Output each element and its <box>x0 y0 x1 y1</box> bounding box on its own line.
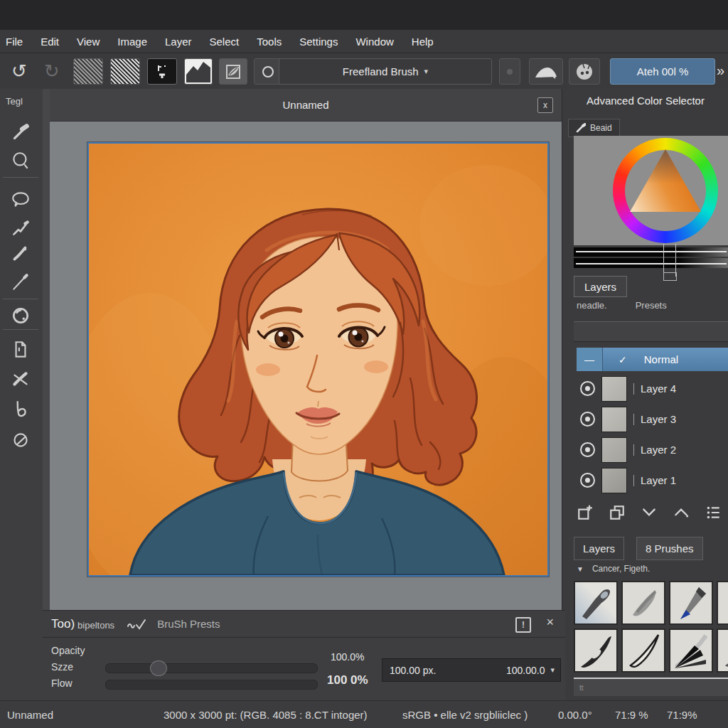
levels-curve-button[interactable] <box>184 58 213 85</box>
brush-preset-thumbnail[interactable] <box>574 581 618 625</box>
menu-help[interactable]: Help <box>412 36 434 48</box>
window-title-strip <box>0 0 728 31</box>
color-slider-1[interactable] <box>574 247 728 257</box>
layer-name[interactable]: Layer 3 <box>641 413 676 425</box>
layer-thumbnail[interactable] <box>601 437 627 463</box>
chevron-down-icon: ▾ <box>424 67 429 76</box>
brush-preset-thumbnail[interactable] <box>669 581 713 625</box>
pattern-swatch-button[interactable] <box>110 58 140 85</box>
menu-layer[interactable]: Layer <box>165 36 192 48</box>
brush-preset-thumbnail[interactable] <box>574 628 618 673</box>
info-icon[interactable]: ! <box>515 617 531 633</box>
preset-group-row[interactable]: ▼ Cancer, Figeth. <box>577 564 650 574</box>
layer-row[interactable]: Layer 4 <box>574 375 728 402</box>
brush-preset-thumbnail[interactable] <box>621 628 665 673</box>
blend-mode-row[interactable]: — ✓ Normal <box>577 348 728 371</box>
fine-liner-tool[interactable] <box>9 270 33 294</box>
menu-settings[interactable]: Settings <box>299 36 338 48</box>
document-tab-title[interactable]: Unnamed <box>282 99 328 111</box>
dynamic-brush-tool[interactable] <box>9 215 33 240</box>
close-icon[interactable]: × <box>546 615 554 630</box>
eraser-mode-button[interactable] <box>529 58 563 85</box>
visibility-eye-icon[interactable] <box>580 381 595 396</box>
color-wheel-panel[interactable] <box>574 136 728 245</box>
zoom-tool[interactable] <box>9 428 33 452</box>
duplicate-layer-icon[interactable] <box>609 504 626 521</box>
opacity-input[interactable]: Ateh 00l % <box>610 58 715 85</box>
layer-filter-field[interactable] <box>574 321 728 342</box>
slider-cursor-box[interactable] <box>663 272 677 281</box>
smart-patch-tool[interactable] <box>9 368 33 392</box>
status-zoom-slider-value[interactable]: 71:9 % <box>615 701 648 728</box>
ellipse-tool[interactable] <box>9 149 33 173</box>
size-slider[interactable] <box>105 663 318 673</box>
brush-tip-button[interactable] <box>254 58 282 85</box>
undo-icon[interactable]: ↺ <box>6 58 33 85</box>
move-layer-up-icon[interactable] <box>673 504 690 521</box>
brush-preset-thumbnail[interactable] <box>717 581 728 625</box>
layer-properties-icon[interactable] <box>705 504 722 521</box>
visibility-eye-icon[interactable] <box>580 442 595 457</box>
brush-preset-thumbnail[interactable] <box>669 628 713 673</box>
status-zoom-display[interactable]: 71:9% <box>667 701 697 728</box>
dock-tab-layers[interactable]: Layers <box>574 537 624 560</box>
layer-name[interactable]: Layer 1 <box>641 474 676 486</box>
tool-options-title[interactable]: Too) <box>51 617 75 631</box>
layer-row[interactable]: Layer 2 <box>574 436 728 464</box>
menu-tools[interactable]: Tools <box>257 36 282 48</box>
sv-triangle[interactable] <box>613 138 718 243</box>
brush-presets-tab-label[interactable]: BruSh Prests <box>157 618 220 630</box>
dot-icon <box>507 69 513 75</box>
dock-tab-brushes[interactable]: 8 Prushes <box>636 537 703 560</box>
freehand-brush-tool[interactable] <box>9 120 33 144</box>
toolbox-dock: Tegl <box>0 89 43 700</box>
lasso-select-tool[interactable] <box>9 187 33 211</box>
layers-dock-tab[interactable]: Layers <box>574 276 627 297</box>
layer-name[interactable]: Layer 2 <box>641 444 676 456</box>
tool-preset-button[interactable] <box>147 58 177 85</box>
color-slider-2[interactable] <box>574 258 728 268</box>
menu-image[interactable]: Image <box>117 36 147 48</box>
menu-window[interactable]: Window <box>355 36 393 48</box>
gamut-mask-button[interactable] <box>569 58 600 85</box>
spacer-button[interactable] <box>499 58 520 85</box>
move-layer-down-icon[interactable] <box>641 504 658 521</box>
menu-select[interactable]: Select <box>210 36 240 48</box>
brush-size-field[interactable]: 100.00 px. 100.00.0 ▾ <box>382 658 561 682</box>
opacity-decrement-button[interactable]: — <box>577 348 603 371</box>
menu-edit[interactable]: Edit <box>41 36 59 48</box>
visibility-eye-icon[interactable] <box>580 412 595 427</box>
tool-options-subtitle[interactable]: bipeltons <box>77 620 114 631</box>
measure-tool[interactable] <box>9 397 33 422</box>
add-layer-icon[interactable] <box>577 504 594 521</box>
visibility-eye-icon[interactable] <box>580 473 595 488</box>
size-slider-handle[interactable] <box>150 660 167 676</box>
brush-preset-thumbnail[interactable] <box>717 628 728 673</box>
pen-tool[interactable] <box>9 241 33 265</box>
layer-thumbnail[interactable] <box>601 468 627 493</box>
redo-icon[interactable]: ↻ <box>38 58 65 85</box>
document-close-button[interactable]: x <box>537 97 553 113</box>
toolbar-overflow-icon[interactable]: » <box>717 63 724 79</box>
color-selector-tab[interactable]: Beaid <box>568 119 620 137</box>
preset-footer: tt <box>574 678 728 696</box>
menu-view[interactable]: View <box>77 36 100 48</box>
sphere-dots-icon <box>575 63 594 81</box>
layer-thumbnail[interactable] <box>601 407 627 432</box>
gradient-swatch-button[interactable] <box>73 58 103 85</box>
brush-preset-dropdown[interactable]: Freefland Brush ▾ <box>279 58 492 85</box>
layer-row[interactable]: Layer 1 <box>574 466 728 494</box>
menu-file[interactable]: File <box>6 36 23 48</box>
layers-subtab-needle[interactable]: neadle. <box>577 300 607 311</box>
reference-images-tool[interactable] <box>9 338 33 362</box>
layer-row[interactable]: Layer 3 <box>574 405 728 433</box>
layer-thumbnail[interactable] <box>601 376 627 402</box>
workspace-button[interactable] <box>219 58 247 85</box>
gradient-tool[interactable] <box>9 304 33 328</box>
status-rotation[interactable]: 0.00.0° <box>558 701 592 728</box>
brush-preset-thumbnail[interactable] <box>621 581 665 625</box>
layers-subtab-presets[interactable]: Presets <box>636 300 667 311</box>
canvas-document[interactable] <box>87 142 549 577</box>
flow-slider[interactable] <box>105 680 318 690</box>
layer-name[interactable]: Layer 4 <box>641 382 676 395</box>
